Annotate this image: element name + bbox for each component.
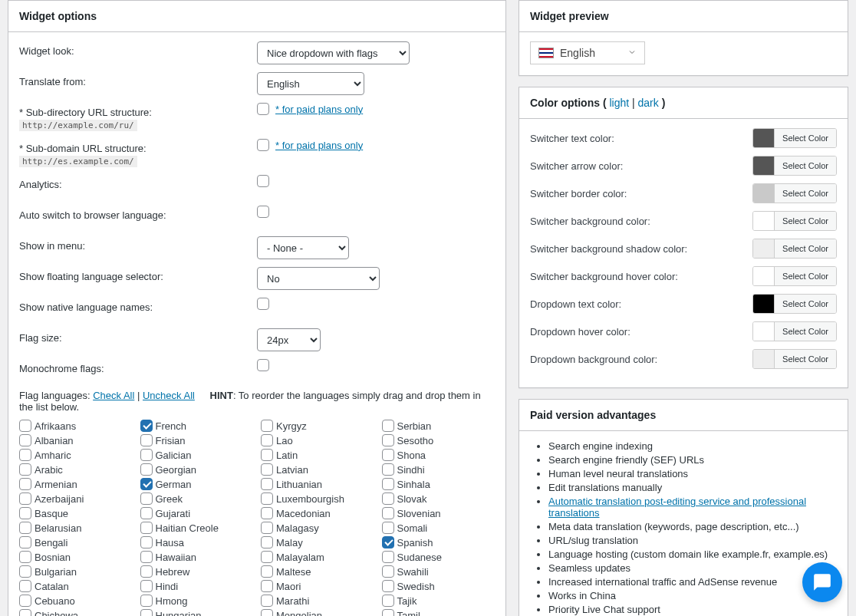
chat-bubble[interactable] [802, 562, 842, 602]
language-item[interactable]: Malagasy [261, 521, 374, 535]
language-checkbox[interactable] [382, 609, 394, 616]
language-item[interactable]: German [140, 477, 254, 491]
language-checkbox[interactable] [140, 595, 153, 607]
color-picker[interactable]: Select Color [752, 156, 837, 176]
language-checkbox[interactable] [19, 595, 31, 607]
language-checkbox[interactable] [382, 492, 394, 505]
widget-look-select[interactable]: Nice dropdown with flags [257, 41, 410, 64]
language-checkbox[interactable] [19, 580, 31, 592]
native-names-checkbox[interactable] [257, 298, 269, 310]
uncheck-all-link[interactable]: Uncheck All [143, 390, 195, 401]
language-item[interactable]: Lithuanian [261, 477, 374, 491]
color-picker[interactable]: Select Color [752, 239, 837, 259]
select-color-button[interactable]: Select Color [775, 322, 836, 341]
language-item[interactable]: Gujarati [140, 506, 254, 520]
language-item[interactable]: Chichewa [19, 608, 133, 616]
language-checkbox[interactable] [261, 492, 273, 505]
advantage-link[interactable]: Automatic translation post-editing servi… [548, 496, 806, 519]
language-item[interactable]: Sesotho [382, 433, 495, 447]
language-checkbox[interactable] [261, 551, 273, 563]
color-picker[interactable]: Select Color [752, 211, 837, 231]
language-checkbox[interactable] [382, 507, 394, 519]
language-item[interactable]: Greek [140, 492, 254, 506]
language-checkbox[interactable] [382, 434, 394, 446]
language-item[interactable]: Kyrgyz [261, 419, 374, 433]
language-checkbox[interactable] [382, 522, 394, 534]
language-checkbox[interactable] [19, 463, 31, 476]
select-color-button[interactable]: Select Color [775, 350, 836, 368]
language-checkbox[interactable] [261, 434, 273, 446]
color-picker[interactable]: Select Color [752, 321, 837, 341]
select-color-button[interactable]: Select Color [775, 156, 836, 175]
select-color-button[interactable]: Select Color [775, 212, 836, 230]
language-checkbox[interactable] [261, 580, 273, 592]
language-item[interactable]: Bulgarian [19, 565, 133, 578]
floating-select[interactable]: No [257, 267, 380, 290]
language-checkbox[interactable] [261, 478, 273, 490]
language-checkbox[interactable] [140, 551, 153, 563]
language-checkbox[interactable] [261, 507, 273, 519]
show-menu-select[interactable]: - None - [257, 236, 349, 259]
language-checkbox[interactable] [140, 492, 153, 505]
color-picker[interactable]: Select Color [752, 294, 837, 314]
monochrome-checkbox[interactable] [257, 359, 269, 371]
select-color-button[interactable]: Select Color [775, 184, 836, 203]
select-color-button[interactable]: Select Color [775, 239, 836, 258]
language-item[interactable]: Malayalam [261, 550, 374, 564]
language-item[interactable]: Arabic [19, 463, 133, 476]
language-item[interactable]: Basque [19, 506, 133, 520]
language-checkbox[interactable] [140, 609, 153, 616]
language-checkbox[interactable] [261, 595, 273, 607]
language-checkbox[interactable] [140, 478, 153, 490]
analytics-checkbox[interactable] [257, 175, 269, 187]
language-item[interactable]: Latvian [261, 463, 374, 476]
language-item[interactable]: Sudanese [382, 550, 495, 564]
select-color-button[interactable]: Select Color [775, 129, 836, 147]
translate-from-select[interactable]: English [257, 72, 364, 95]
language-item[interactable]: Tajik [382, 594, 495, 608]
language-item[interactable]: Mongolian [261, 608, 374, 616]
language-item[interactable]: Afrikaans [19, 419, 133, 433]
language-checkbox[interactable] [382, 595, 394, 607]
check-all-link[interactable]: Check All [93, 390, 134, 401]
language-item[interactable]: Armenian [19, 477, 133, 491]
subdomain-checkbox[interactable] [257, 139, 269, 151]
language-item[interactable]: Maltese [261, 565, 374, 578]
select-color-button[interactable]: Select Color [775, 295, 836, 313]
language-checkbox[interactable] [19, 420, 31, 432]
language-checkbox[interactable] [140, 536, 153, 548]
language-item[interactable]: Hausa [140, 535, 254, 549]
language-checkbox[interactable] [19, 522, 31, 534]
select-color-button[interactable]: Select Color [775, 267, 836, 285]
language-item[interactable]: French [140, 419, 254, 433]
language-item[interactable]: Hindi [140, 579, 254, 593]
language-checkbox[interactable] [382, 536, 394, 548]
language-item[interactable]: Macedonian [261, 506, 374, 520]
language-checkbox[interactable] [140, 565, 153, 578]
language-item[interactable]: Swedish [382, 579, 495, 593]
autoswitch-checkbox[interactable] [257, 206, 269, 218]
language-item[interactable]: Bosnian [19, 550, 133, 564]
language-item[interactable]: Sindhi [382, 463, 495, 476]
language-checkbox[interactable] [19, 478, 31, 490]
language-item[interactable]: Belarusian [19, 521, 133, 535]
language-checkbox[interactable] [261, 463, 273, 476]
theme-dark-link[interactable]: dark [638, 97, 659, 109]
language-checkbox[interactable] [261, 449, 273, 461]
language-item[interactable]: Bengali [19, 535, 133, 549]
preview-dropdown[interactable]: English [530, 41, 645, 64]
language-checkbox[interactable] [261, 420, 273, 432]
color-picker[interactable]: Select Color [752, 128, 837, 148]
language-checkbox[interactable] [140, 507, 153, 519]
language-checkbox[interactable] [19, 507, 31, 519]
language-item[interactable]: Hawaiian [140, 550, 254, 564]
language-checkbox[interactable] [382, 551, 394, 563]
language-checkbox[interactable] [261, 565, 273, 578]
language-checkbox[interactable] [19, 492, 31, 505]
language-item[interactable]: Hebrew [140, 565, 254, 578]
flag-size-select[interactable]: 24px [257, 328, 321, 351]
language-item[interactable]: Maori [261, 579, 374, 593]
language-checkbox[interactable] [19, 609, 31, 616]
language-checkbox[interactable] [382, 565, 394, 578]
language-checkbox[interactable] [261, 522, 273, 534]
